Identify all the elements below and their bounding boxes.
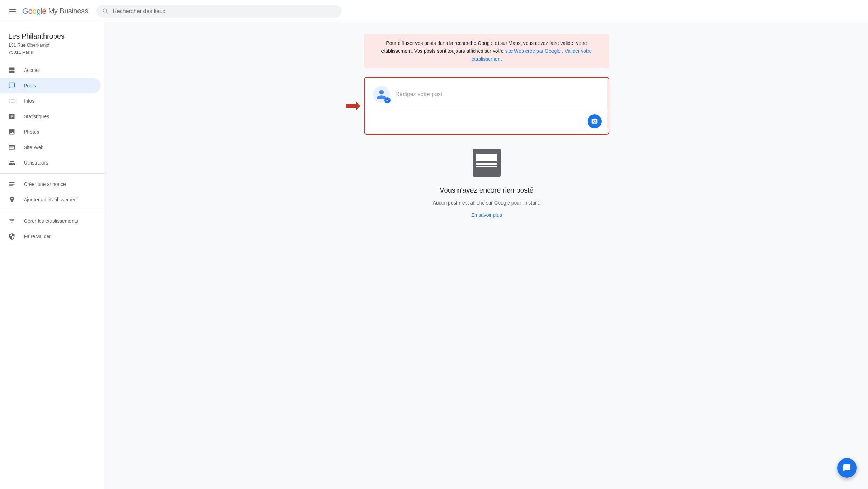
creer-annonce-label: Créer une annonce: [24, 181, 66, 187]
sidebar-item-posts[interactable]: Posts: [0, 78, 101, 93]
statistiques-icon: [8, 113, 17, 120]
avatar-container: [373, 86, 390, 103]
search-input[interactable]: [113, 8, 336, 14]
sidebar-nav: Accueil Posts Infos: [0, 62, 105, 244]
empty-icon-line-1: [476, 163, 497, 165]
post-box-container: Rédigez votre post: [364, 77, 609, 135]
avatar-badge: [384, 97, 391, 103]
nav-divider: [0, 173, 105, 174]
hamburger-icon[interactable]: [6, 4, 20, 18]
infos-label: Infos: [24, 98, 34, 104]
sidebar-item-ajouter-etablissement[interactable]: Ajouter un établissement: [0, 192, 101, 207]
sidebar-item-creer-annonce[interactable]: Créer une annonce: [0, 176, 101, 192]
camera-button[interactable]: [588, 114, 602, 128]
sidebar-item-photos[interactable]: Photos: [0, 124, 101, 140]
empty-state-description: Aucun post n'est affiché sur Google pour…: [416, 199, 557, 207]
creer-annonce-icon: [8, 181, 17, 188]
empty-state: Vous n'avez encore rien posté Aucun post…: [416, 149, 557, 218]
post-box-arrow: [346, 102, 360, 110]
fab-button[interactable]: [837, 458, 857, 478]
empty-icon-lines: [476, 163, 497, 167]
photos-label: Photos: [24, 129, 39, 135]
faire-valider-icon: [8, 233, 17, 240]
business-name: Les Philanthropes: [8, 32, 96, 40]
alert-link-site-web[interactable]: site Web créé par Google: [505, 48, 561, 54]
empty-icon-line-2: [476, 166, 497, 167]
post-input-area[interactable]: Rédigez votre post: [366, 79, 607, 110]
gerer-etablissements-icon: [8, 217, 17, 225]
business-info: Les Philanthropes 131 Rue Oberkampf 7501…: [0, 28, 105, 62]
post-box: Rédigez votre post: [366, 79, 607, 133]
infos-icon: [8, 98, 17, 105]
posts-label: Posts: [24, 83, 36, 88]
product-name: My Business: [48, 7, 88, 15]
utilisateurs-icon: [8, 159, 17, 166]
ajouter-etablissement-icon: [8, 196, 17, 203]
learn-more-link[interactable]: En savoir plus: [471, 212, 502, 218]
main-content: Pour diffuser vos posts dans la recherch…: [105, 22, 868, 489]
faire-valider-label: Faire valider: [24, 234, 51, 239]
alert-banner: Pour diffuser vos posts dans la recherch…: [364, 34, 609, 68]
post-placeholder[interactable]: Rédigez votre post: [395, 91, 600, 98]
nav-divider-2: [0, 210, 105, 210]
sidebar-item-site-web[interactable]: Site Web: [0, 140, 101, 155]
logo-area: Google My Business: [22, 7, 88, 16]
post-toolbar: [366, 110, 607, 133]
sidebar-item-infos[interactable]: Infos: [0, 93, 101, 109]
empty-state-icon: [473, 149, 501, 177]
sidebar-item-statistiques[interactable]: Statistiques: [0, 109, 101, 124]
sidebar-item-gerer-etablissements[interactable]: Gérer les établissements: [0, 213, 101, 229]
alert-separator: .: [562, 48, 565, 54]
utilisateurs-label: Utilisateurs: [24, 160, 48, 166]
accueil-icon: [8, 67, 17, 74]
sidebar: Les Philanthropes 131 Rue Oberkampf 7501…: [0, 22, 105, 489]
site-web-icon: [8, 144, 17, 151]
ajouter-etablissement-label: Ajouter un établissement: [24, 197, 78, 202]
accueil-label: Accueil: [24, 67, 40, 73]
photos-icon: [8, 128, 17, 135]
business-address: 131 Rue Oberkampf 75011 Paris: [8, 42, 96, 55]
posts-icon: [8, 82, 17, 89]
search-bar: [96, 5, 342, 18]
sidebar-item-faire-valider[interactable]: Faire valider: [0, 229, 101, 244]
layout: Les Philanthropes 131 Rue Oberkampf 7501…: [0, 22, 868, 489]
gerer-etablissements-label: Gérer les établissements: [24, 218, 78, 224]
post-box-outline: Rédigez votre post: [364, 77, 609, 135]
site-web-label: Site Web: [24, 145, 44, 150]
empty-state-title: Vous n'avez encore rien posté: [416, 185, 557, 195]
statistiques-label: Statistiques: [24, 114, 49, 119]
svg-marker-0: [346, 102, 360, 110]
google-logo: Google: [22, 7, 46, 16]
empty-icon-top: [476, 154, 497, 161]
search-icon: [102, 8, 109, 15]
sidebar-item-accueil[interactable]: Accueil: [0, 62, 101, 78]
sidebar-item-utilisateurs[interactable]: Utilisateurs: [0, 155, 101, 170]
header: Google My Business: [0, 0, 868, 22]
